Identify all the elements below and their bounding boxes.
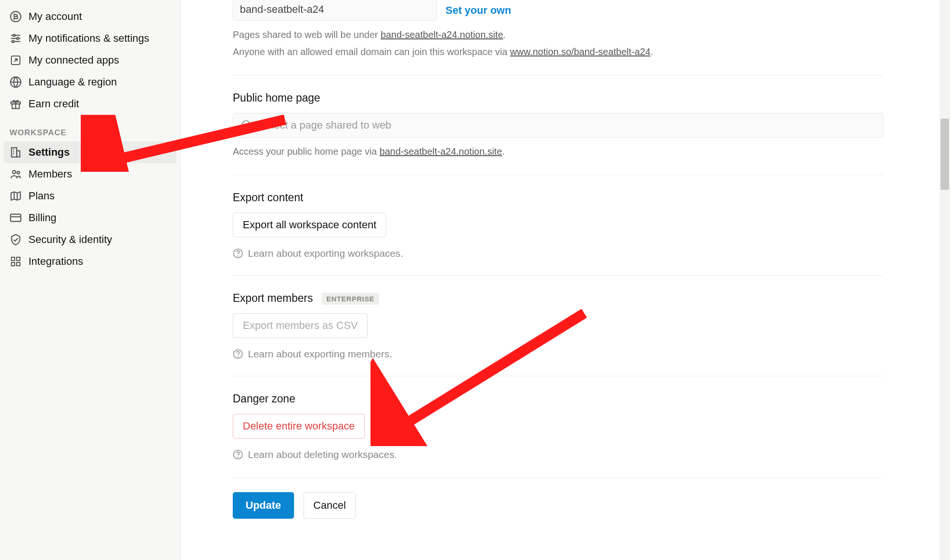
main-panel: Set your own Pages shared to web will be…	[180, 0, 950, 560]
public-home-heading: Public home page	[233, 92, 884, 104]
svg-rect-23	[10, 214, 21, 221]
danger-zone-section: Danger zone Delete entire workspace Lear…	[233, 376, 884, 460]
globe-icon	[10, 76, 22, 88]
footer: Update Cancel	[233, 477, 884, 533]
svg-rect-14	[17, 151, 19, 157]
export-content-button[interactable]: Export all workspace content	[233, 213, 386, 237]
sidebar-item-label: Security & identity	[28, 233, 112, 246]
svg-point-29	[242, 121, 249, 128]
svg-point-19	[17, 171, 19, 174]
sidebar-item-label: My account	[28, 10, 82, 23]
public-home-desc: Access your public home page via band-se…	[233, 144, 884, 159]
public-home-search[interactable]	[233, 113, 884, 138]
svg-rect-26	[17, 257, 20, 261]
svg-rect-28	[17, 262, 20, 266]
sidebar-item-my-account[interactable]: My account	[4, 6, 176, 28]
sliders-icon	[10, 32, 22, 45]
sidebar-item-label: Language & region	[28, 76, 117, 88]
account-icon	[10, 10, 22, 23]
svg-line-30	[248, 127, 251, 129]
set-your-own-link[interactable]: Set your own	[446, 4, 511, 17]
export-members-heading: Export members ENTERPRISE	[233, 292, 884, 305]
shield-icon	[10, 233, 22, 246]
external-link-icon	[10, 54, 22, 66]
danger-help[interactable]: Learn about deleting workspaces.	[233, 449, 884, 460]
sidebar-item-label: Billing	[28, 212, 57, 224]
sidebar-item-label: Members	[28, 168, 72, 180]
delete-workspace-button[interactable]: Delete entire workspace	[233, 414, 365, 439]
domain-desc-1: Pages shared to web will be under band-s…	[233, 28, 884, 42]
sidebar-section-workspace: Workspace	[4, 115, 176, 141]
sidebar-item-label: Integrations	[28, 255, 83, 268]
export-members-help[interactable]: Learn about exporting members.	[233, 348, 884, 360]
sidebar-item-billing[interactable]: Billing	[4, 207, 176, 229]
sidebar-item-notifications[interactable]: My notifications & settings	[4, 28, 176, 49]
sidebar-item-integrations[interactable]: Integrations	[4, 251, 176, 272]
svg-marker-20	[11, 192, 20, 200]
sidebar-item-label: My connected apps	[28, 54, 119, 66]
map-icon	[10, 190, 22, 202]
enterprise-badge: ENTERPRISE	[322, 293, 379, 305]
sidebar-item-label: Settings	[28, 146, 70, 159]
sidebar-item-language[interactable]: Language & region	[4, 71, 176, 93]
export-content-help[interactable]: Learn about exporting workspaces.	[233, 248, 884, 259]
sidebar-item-label: Earn credit	[28, 98, 79, 110]
help-icon	[233, 248, 243, 259]
building-icon	[10, 146, 22, 159]
help-icon	[233, 349, 243, 359]
svg-rect-27	[11, 262, 15, 266]
scrollbar-thumb[interactable]	[940, 119, 949, 190]
sidebar-item-settings[interactable]: Settings	[4, 141, 176, 163]
grid-icon	[10, 255, 22, 268]
svg-point-2	[13, 34, 15, 36]
svg-point-36	[238, 457, 238, 457]
people-icon	[10, 168, 22, 180]
search-icon	[241, 119, 253, 131]
svg-rect-25	[11, 257, 15, 261]
sidebar-item-earn-credit[interactable]: Earn credit	[4, 93, 176, 115]
export-content-heading: Export content	[233, 191, 884, 204]
danger-zone-heading: Danger zone	[233, 392, 884, 405]
svg-point-4	[17, 37, 19, 39]
export-content-section: Export content Export all workspace cont…	[233, 175, 884, 259]
domain-join-link[interactable]: www.notion.so/band-seatbelt-a24	[510, 47, 651, 57]
cancel-button[interactable]: Cancel	[304, 492, 356, 519]
public-home-input[interactable]	[259, 119, 875, 131]
sidebar-item-label: My notifications & settings	[28, 32, 149, 45]
sidebar-item-plans[interactable]: Plans	[4, 185, 176, 207]
sidebar: My account My notifications & settings M…	[0, 0, 180, 560]
public-home-link[interactable]: band-seatbelt-a24.notion.site	[380, 146, 502, 157]
export-members-button[interactable]: Export members as CSV	[233, 313, 368, 338]
export-members-section: Export members ENTERPRISE Export members…	[233, 275, 884, 360]
svg-point-6	[12, 40, 14, 42]
domain-site-link[interactable]: band-seatbelt-a24.notion.site	[380, 29, 503, 40]
help-icon	[233, 449, 243, 460]
update-button[interactable]: Update	[233, 492, 294, 519]
svg-point-18	[13, 170, 16, 174]
domain-desc-2: Anyone with an allowed email domain can …	[233, 45, 884, 59]
sidebar-item-security[interactable]: Security & identity	[4, 229, 176, 251]
credit-card-icon	[10, 212, 22, 224]
gift-icon	[10, 98, 22, 110]
sidebar-item-members[interactable]: Members	[4, 163, 176, 185]
svg-point-34	[238, 356, 238, 357]
domain-input[interactable]	[233, 0, 437, 21]
sidebar-item-label: Plans	[28, 190, 55, 202]
public-home-section: Public home page Access your public home…	[233, 75, 884, 159]
svg-point-32	[238, 256, 238, 256]
scrollbar[interactable]	[940, 0, 950, 560]
sidebar-item-connected-apps[interactable]: My connected apps	[4, 49, 176, 71]
